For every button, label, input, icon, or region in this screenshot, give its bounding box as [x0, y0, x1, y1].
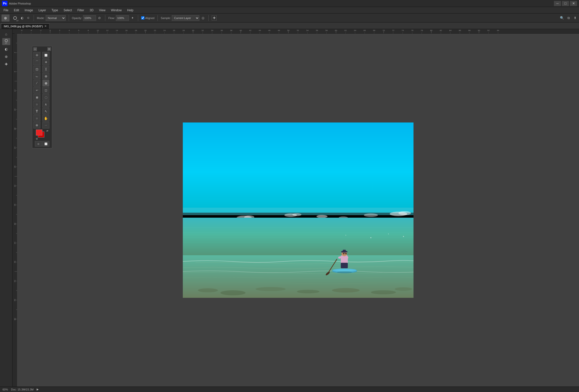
clone-icon-top[interactable]: ⊕ — [2, 53, 10, 60]
reset-colors-icon[interactable]: ⊞ — [36, 138, 38, 140]
svg-text:74: 74 — [402, 29, 404, 32]
eyedropper-tool[interactable]: ⌙ — [33, 73, 40, 79]
tab-close-icon[interactable]: ✕ — [44, 25, 47, 28]
svg-text:86: 86 — [459, 29, 461, 32]
minimize-button[interactable]: ─ — [554, 1, 561, 6]
svg-text:10: 10 — [97, 29, 99, 32]
extra-tool[interactable]: ··· — [42, 122, 49, 128]
spot-heal-tool[interactable]: ⊕ — [42, 73, 49, 79]
canvas-content[interactable]: ─ ✕ ✛ ⬜ ⌒ ✲ ⊡ ╳ ⌙ ⊕ ∕ ⊛ ↩ ◫ ▦ ◌ — [17, 34, 579, 386]
menu-item-3d[interactable]: 3D — [87, 8, 96, 13]
magic-wand-tool[interactable]: ✲ — [42, 59, 49, 65]
gradient-tool[interactable]: ▦ — [33, 94, 40, 100]
slice-tool[interactable]: ╳ — [42, 66, 49, 72]
mode-select[interactable]: Normal Dissolve — [46, 15, 66, 21]
titlebar: Ps Adobe Photoshop ─ □ ✕ — [0, 0, 579, 7]
svg-text:52: 52 — [14, 280, 16, 282]
heal-icon[interactable]: ✚ — [212, 16, 217, 21]
svg-text:38: 38 — [230, 29, 232, 32]
clone-stamp-options-icon[interactable]: ⊛ — [2, 15, 10, 22]
svg-text:90: 90 — [478, 29, 480, 32]
menu-item-layer[interactable]: Layer — [36, 8, 48, 13]
menu-item-help[interactable]: Help — [125, 8, 136, 13]
svg-text:28: 28 — [183, 29, 185, 32]
export-icon[interactable]: ⬆ — [572, 16, 577, 21]
svg-text:36: 36 — [14, 204, 16, 206]
divider-4 — [138, 15, 138, 21]
sample-select[interactable]: Current Layer All Layers Current & Below — [172, 15, 199, 21]
titlebar-title: Adobe Photoshop — [9, 2, 31, 5]
menu-item-view[interactable]: View — [97, 8, 108, 13]
history-brush-tool[interactable]: ↩ — [33, 87, 40, 93]
menu-item-file[interactable]: File — [1, 8, 11, 13]
opacity-input[interactable] — [83, 15, 96, 21]
restore-button[interactable]: □ — [562, 1, 569, 6]
arrange-icon[interactable]: ⧉ — [566, 16, 571, 21]
home-tool[interactable]: ⌂ — [2, 31, 10, 38]
airbrush-icon[interactable]: ✦ — [130, 16, 135, 21]
menubar: FileEditImageLayerTypeSelectFilter3DView… — [0, 7, 579, 14]
lasso-tool[interactable]: ⌒ — [33, 59, 40, 65]
status-arrow[interactable]: ▶ — [37, 388, 39, 391]
toolbox-close-button[interactable]: ✕ — [47, 47, 51, 51]
svg-text:60: 60 — [14, 318, 16, 320]
menu-item-filter[interactable]: Filter — [75, 8, 87, 13]
eraser-tool[interactable]: ◫ — [42, 87, 49, 93]
clone-stamp-tool[interactable]: ⊛ — [42, 80, 49, 86]
zoom-tool[interactable]: ⊕ — [33, 122, 40, 128]
dodge-tool[interactable]: ○ — [33, 101, 40, 107]
heal-top[interactable]: ✚ — [2, 61, 10, 68]
svg-text:60: 60 — [335, 29, 337, 32]
svg-point-176 — [371, 290, 396, 294]
svg-text:-6: -6 — [21, 29, 23, 32]
opacity-toggle-icon[interactable]: ⊘ — [97, 16, 102, 21]
foreground-color-swatch[interactable] — [36, 129, 42, 136]
path-select-tool[interactable]: ↖ — [42, 108, 49, 114]
svg-text:58: 58 — [325, 29, 328, 32]
brush-tool-top[interactable]: 37 — [2, 38, 10, 45]
aligned-label[interactable]: Aligned — [141, 16, 154, 20]
menu-item-window[interactable]: Window — [109, 8, 124, 13]
divider-3 — [105, 15, 105, 21]
hand-tool[interactable]: ✋ — [42, 115, 49, 121]
svg-text:-4: -4 — [30, 29, 32, 32]
flow-input[interactable] — [116, 15, 129, 21]
type-tool[interactable]: T — [33, 108, 40, 114]
shape-tool[interactable]: ○ — [33, 115, 40, 121]
toolbox-minimize-button[interactable]: ─ — [33, 47, 37, 51]
divider-1 — [34, 15, 34, 21]
brush-tool[interactable]: ∕ — [33, 80, 40, 86]
blur-tool[interactable]: ◌ — [42, 94, 49, 100]
svg-rect-190 — [343, 250, 346, 252]
menu-item-type[interactable]: Type — [49, 8, 60, 13]
svg-text:16: 16 — [125, 29, 128, 32]
svg-text:20: 20 — [14, 127, 16, 130]
sample-icon[interactable]: ◎ — [200, 16, 205, 21]
svg-point-158 — [364, 213, 378, 217]
swap-colors-icon[interactable]: ⇄ — [46, 129, 48, 132]
svg-text:56: 56 — [316, 29, 318, 32]
svg-point-181 — [345, 235, 346, 235]
svg-text:88: 88 — [468, 29, 471, 32]
document-tab[interactable]: IMG_0486.jpg @ 60% (RGB/8*) ✕ — [1, 23, 49, 29]
marquee-tool[interactable]: ⬜ — [42, 52, 49, 58]
pen-tool[interactable]: ∧ — [42, 101, 49, 107]
aligned-checkbox[interactable] — [141, 16, 144, 20]
brush-hardness-icon[interactable]: ◐ — [20, 16, 25, 21]
menu-item-image[interactable]: Image — [22, 8, 35, 13]
move-tool[interactable]: ✛ — [33, 52, 40, 58]
photo-canvas[interactable] — [183, 122, 413, 298]
menu-item-select[interactable]: Select — [61, 8, 74, 13]
close-button[interactable]: ✕ — [570, 1, 577, 6]
brush-pressure-icon[interactable]: ⊙ — [26, 16, 31, 21]
svg-text:42: 42 — [249, 29, 252, 32]
quick-mask-button[interactable]: ⊙ — [35, 141, 42, 147]
svg-point-179 — [388, 233, 389, 234]
brush-preview[interactable]: 37 — [12, 15, 19, 22]
screen-mode-button[interactable]: ⬜ — [42, 141, 49, 147]
crop-tool[interactable]: ⊡ — [33, 66, 40, 72]
menu-item-edit[interactable]: Edit — [11, 8, 22, 13]
divider-6 — [208, 15, 209, 21]
brush-hardness-top[interactable]: ◐ — [2, 46, 10, 53]
search-icon[interactable]: 🔍 — [559, 16, 564, 21]
